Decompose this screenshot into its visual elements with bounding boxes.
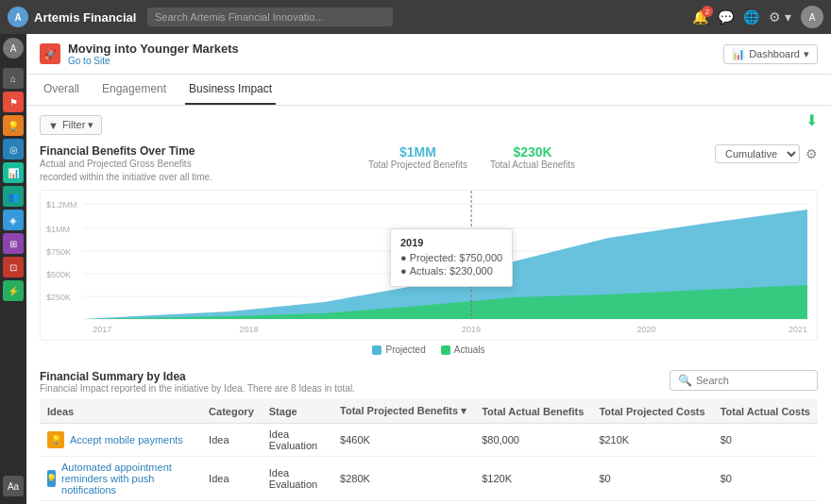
main-layout: A ⌂ ⚑ 💡 ◎ 📊 👥 ◈ ⊞ ⊡ ⚡ Aa 🚀 Moving into Y…	[0, 34, 831, 504]
idea-link[interactable]: Accept mobile payments	[70, 434, 183, 445]
sidebar-bolt[interactable]: ⚡	[3, 280, 24, 301]
settings-dropdown-arrow: ▾	[785, 9, 791, 25]
sidebar-text[interactable]: Aa	[3, 476, 24, 496]
chat-icon[interactable]: 💬	[718, 9, 734, 25]
col-projected-benefits[interactable]: Total Projected Benefits ▾	[332, 399, 474, 424]
summary-section: Financial Summary by Idea Financial Impa…	[40, 370, 818, 504]
col-actual-costs: Total Actual Costs	[713, 399, 818, 424]
search-input[interactable]	[147, 8, 393, 26]
projected-legend-label: Projected	[385, 344, 425, 355]
projected-costs-cell: $0	[591, 457, 712, 501]
go-to-site-link[interactable]: Go to Site	[68, 56, 239, 66]
tab-business-impact[interactable]: Business Impact	[185, 75, 276, 105]
summary-header: Financial Summary by Idea Financial Impa…	[40, 370, 818, 394]
top-navigation: A Artemis Financial 🔔 2 💬 🌐 ⚙ ▾ A	[0, 0, 831, 34]
sidebar-home[interactable]: ⌂	[3, 68, 24, 89]
export-icon[interactable]: ⬇	[806, 111, 818, 129]
tooltip-projected: ● Projected: $750,000	[400, 252, 502, 263]
col-actual-benefits: Total Actual Benefits	[474, 399, 591, 424]
projected-benefits-cell: $280K	[332, 457, 474, 501]
projected-dot	[372, 345, 382, 355]
col-projected-costs: Total Projected Costs	[591, 399, 712, 424]
projected-benefits-cell: $460K	[332, 424, 474, 457]
filter-button[interactable]: ▼ Filter ▾	[40, 115, 102, 135]
idea-icon: 💡	[47, 470, 56, 487]
tooltip-actuals: ● Actuals: $230,000	[400, 265, 502, 277]
sidebar-avatar[interactable]: A	[3, 38, 24, 59]
svg-text:$750K: $750K	[46, 247, 71, 257]
chart-title-block: Financial Benefits Over Time Actual and …	[40, 144, 229, 184]
chart-stats: $1MM Total Projected Benefits $230K Tota…	[368, 144, 575, 170]
user-avatar[interactable]: A	[801, 6, 823, 28]
svg-text:$250K: $250K	[46, 293, 71, 302]
idea-cell: 💡 Accept mobile payments	[40, 424, 201, 457]
actual-costs-cell: $0	[713, 457, 818, 501]
tab-overall[interactable]: Overall	[40, 75, 83, 105]
actual-benefits-cell: $80,000	[474, 424, 591, 457]
chart-container: $1.2MM $1MM $750K $500K $250K	[40, 190, 818, 341]
sidebar-compass[interactable]: ◈	[3, 210, 24, 230]
col-category: Category	[201, 399, 262, 424]
sidebar-puzzle[interactable]: ⊞	[3, 233, 24, 254]
summary-subtitle: Financial Impact reported in the initiat…	[40, 383, 355, 394]
stage-cell: Idea Evaluation	[262, 424, 332, 457]
avatar-label: A	[809, 12, 816, 23]
chart-settings-icon[interactable]: ⚙	[806, 146, 818, 161]
header-right: 📊 Dashboard ▾	[723, 44, 818, 64]
settings-menu[interactable]: ⚙ ▾	[769, 9, 791, 25]
app-logo[interactable]: A Artemis Financial	[8, 7, 140, 27]
chart-section: Financial Benefits Over Time Actual and …	[40, 144, 818, 355]
svg-text:$1MM: $1MM	[46, 225, 70, 234]
chart-legend: Projected Actuals	[40, 344, 818, 355]
svg-text:2021: 2021	[789, 325, 807, 334]
chart-view-select[interactable]: Cumulative	[715, 144, 800, 163]
filter-bar: ▼ Filter ▾	[40, 115, 818, 135]
summary-table: Ideas Category Stage Total Projected Ben…	[40, 399, 818, 504]
tab-engagement[interactable]: Engagement	[98, 75, 170, 105]
svg-text:$1.2MM: $1.2MM	[46, 200, 77, 210]
initiative-icon: 🚀	[40, 43, 60, 64]
idea-link[interactable]: Automated appointment reminders with pus…	[61, 462, 194, 496]
dashboard-button[interactable]: 📊 Dashboard ▾	[723, 44, 818, 64]
sidebar-ideas[interactable]: 💡	[3, 115, 24, 136]
filter-icon: ▼	[48, 120, 59, 131]
sidebar-target[interactable]: ◎	[3, 139, 24, 160]
content-area: ▼ Filter ▾ Financial Benefits Over Time …	[26, 106, 831, 504]
col-ideas: Ideas	[40, 399, 201, 424]
summary-search-box[interactable]: 🔍	[670, 370, 818, 391]
svg-text:2018: 2018	[240, 325, 259, 334]
dashboard-label: Dashboard	[749, 48, 800, 59]
projected-costs-cell: $120K	[591, 501, 712, 505]
actual-costs-cell: $36,000	[713, 501, 818, 505]
sidebar-flag[interactable]: ⚑	[3, 92, 24, 112]
page-header: 🚀 Moving into Younger Markets Go to Site…	[26, 34, 831, 75]
category-cell: Idea	[201, 457, 262, 501]
table-row: 💡 Automated appointment reminders with p…	[40, 457, 818, 501]
globe-icon[interactable]: 🌐	[743, 9, 759, 25]
sidebar-chart[interactable]: 📊	[3, 162, 24, 183]
chart-controls: Cumulative ⚙ ⬇	[715, 144, 818, 163]
main-content: 🚀 Moving into Younger Markets Go to Site…	[26, 34, 831, 504]
header-title-block: Moving into Younger Markets Go to Site	[68, 42, 239, 66]
header-left: 🚀 Moving into Younger Markets Go to Site	[40, 42, 723, 66]
sidebar-people[interactable]: 👥	[3, 186, 24, 207]
idea-cell: 💡 Technical support chat	[40, 501, 201, 505]
actual-stat: $230K Total Actual Benefits	[490, 144, 575, 170]
gear-icon: ⚙	[769, 9, 781, 25]
summary-title-block: Financial Summary by Idea Financial Impa…	[40, 370, 355, 394]
sidebar-tag[interactable]: ⊡	[3, 257, 24, 277]
nav-icons: 🔔 2 💬 🌐 ⚙ ▾ A	[692, 6, 823, 28]
stage-cell: Idea Evaluation	[262, 501, 332, 505]
svg-text:2019: 2019	[462, 325, 481, 334]
summary-search-input[interactable]	[696, 375, 809, 386]
projected-label: Total Projected Benefits	[368, 160, 467, 170]
svg-text:$500K: $500K	[46, 270, 71, 279]
app-sidebar: A ⌂ ⚑ 💡 ◎ 📊 👥 ◈ ⊞ ⊡ ⚡ Aa	[0, 34, 26, 504]
svg-text:2017: 2017	[93, 325, 111, 334]
category-cell: Idea	[201, 501, 262, 505]
chart-tooltip: 2019 ● Projected: $750,000 ● Actuals: $2…	[390, 228, 513, 287]
global-search[interactable]	[147, 8, 393, 26]
notification-icon[interactable]: 🔔 2	[692, 9, 708, 25]
legend-actuals: Actuals	[441, 344, 485, 355]
idea-cell: 💡 Automated appointment reminders with p…	[40, 457, 201, 501]
